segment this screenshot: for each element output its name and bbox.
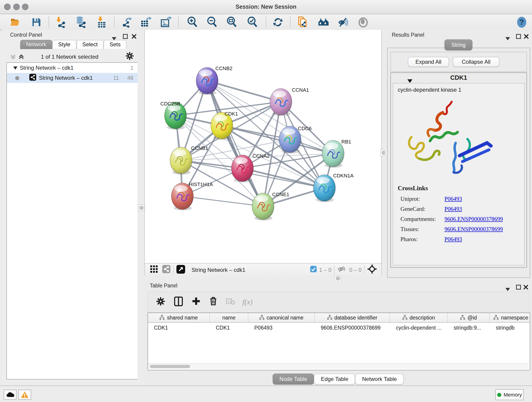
zoom-fit-icon[interactable]: [226, 16, 238, 28]
network-node-CCNE1[interactable]: [252, 193, 274, 220]
table-cell[interactable]: CDK1: [210, 325, 248, 331]
birdseye-crosshair-icon[interactable]: [367, 264, 377, 275]
table-cell[interactable]: stringdb:9...: [448, 325, 490, 331]
crosslink-label: Uniprot:: [393, 196, 444, 202]
network-view[interactable]: CCNB2CCNA1CDC25BCDK1CDC6RB1CCNB1CCNA2CDK…: [144, 30, 382, 275]
cloud-button[interactable]: [4, 390, 17, 400]
table-panel: Table Panel f(x) shared namenamecanonica…: [144, 281, 532, 385]
maximize-window-button[interactable]: [22, 4, 28, 10]
splitter-handle[interactable]: [334, 275, 341, 281]
export-image-icon[interactable]: [160, 16, 172, 28]
detach-view-icon[interactable]: [177, 265, 185, 275]
network-row-selected[interactable]: String Network – cdk1 11 48: [7, 73, 138, 83]
help-icon[interactable]: ?: [515, 16, 527, 28]
zoom-selected-icon[interactable]: [247, 16, 259, 28]
crosslink-link[interactable]: P06493: [444, 206, 462, 212]
float-panel-icon[interactable]: [123, 32, 128, 41]
crosslink-link[interactable]: P06493: [444, 236, 462, 243]
table-cell[interactable]: 9606.ENSP00000378699: [315, 325, 390, 331]
column-header-label: canonical name: [266, 315, 303, 320]
crosslink-label: GeneCard:: [393, 206, 444, 212]
delete-column-icon[interactable]: [209, 297, 217, 307]
left-splitter[interactable]: [138, 30, 144, 385]
open-session-icon[interactable]: [9, 16, 21, 28]
import-table-icon[interactable]: [96, 16, 108, 28]
minimize-window-button[interactable]: [13, 4, 20, 10]
delete-table-icon: [225, 298, 235, 307]
column-header-canonical-name[interactable]: canonical name: [248, 313, 315, 322]
crosslink-link[interactable]: P06493: [444, 196, 462, 202]
expand-all-button[interactable]: Expand All: [408, 57, 449, 67]
tab-style[interactable]: Style: [52, 40, 76, 49]
tab-sets[interactable]: Sets: [104, 40, 127, 49]
tab-select[interactable]: Select: [76, 40, 104, 49]
hidden-eye-icon[interactable]: [337, 265, 347, 274]
show-columns-icon[interactable]: [174, 296, 183, 308]
table-cell[interactable]: stringdb: [490, 325, 530, 331]
network-node-CCNB2[interactable]: [196, 67, 218, 95]
float-panel-icon[interactable]: [516, 283, 521, 292]
save-session-icon[interactable]: [30, 16, 42, 28]
add-column-icon[interactable]: [192, 297, 200, 307]
home-networks-icon[interactable]: [317, 16, 329, 28]
network-node-RB1[interactable]: [322, 140, 344, 168]
right-splitter[interactable]: [382, 30, 385, 281]
tab-edge-table[interactable]: Edge Table: [314, 374, 355, 385]
network-collection-row[interactable]: String Network – cdk1 1: [7, 63, 138, 73]
network-node-CCNB1[interactable]: [170, 147, 192, 175]
nav-separator: [334, 265, 335, 274]
network-edge[interactable]: [207, 81, 263, 206]
import-database-icon[interactable]: [75, 16, 87, 28]
memory-button[interactable]: Memory: [495, 389, 524, 400]
crosslink-link[interactable]: 9606.ENSP00000378699: [444, 226, 503, 233]
memory-status-icon: [497, 393, 501, 397]
column-header-@id[interactable]: @id: [448, 313, 490, 322]
collapse-all-button[interactable]: Collapse All: [453, 57, 500, 67]
network-node-CCNA1[interactable]: [270, 89, 292, 116]
column-header-shared-name[interactable]: shared name: [148, 313, 210, 322]
hide-graphics-icon[interactable]: [337, 16, 349, 28]
crosslink-label: Compartments:: [393, 216, 444, 223]
export-table-icon[interactable]: [140, 16, 152, 28]
table-cell[interactable]: CDK1: [148, 325, 210, 331]
close-panel-icon[interactable]: [132, 32, 137, 41]
warnings-button[interactable]: [18, 390, 31, 400]
splitter-handle[interactable]: [138, 204, 144, 211]
crosslink-link[interactable]: 9606.ENSP00000378699: [444, 216, 503, 223]
close-panel-icon[interactable]: [523, 283, 528, 292]
column-header-label: database identifier: [334, 315, 377, 320]
application-window: Session: New Session: [0, 0, 532, 402]
zoom-in-icon[interactable]: [186, 16, 198, 28]
shared-column-icon: [160, 315, 165, 321]
import-network-icon[interactable]: [56, 16, 68, 28]
table-cell[interactable]: cyclin-dependent ...: [390, 325, 448, 331]
table-cell[interactable]: P06493: [248, 325, 315, 331]
tab-network-table[interactable]: Network Table: [355, 374, 404, 385]
tab-network[interactable]: Network: [20, 40, 52, 49]
tab-string[interactable]: String: [444, 39, 473, 51]
column-header-namespace[interactable]: namespace: [490, 313, 530, 322]
gear-icon[interactable]: [126, 52, 134, 62]
export-network-icon[interactable]: [121, 16, 133, 28]
zoom-out-icon[interactable]: [206, 16, 218, 28]
network-node-CDKN1A[interactable]: [313, 175, 336, 202]
refresh-icon[interactable]: [272, 16, 284, 28]
tree-expander-icon[interactable]: [13, 65, 20, 71]
import-file-network-icon[interactable]: [297, 16, 309, 28]
nav-separator: [173, 265, 174, 274]
scrollbar-thumb[interactable]: [150, 365, 190, 368]
close-window-button[interactable]: [4, 4, 11, 10]
selected-checkbox[interactable]: [310, 266, 317, 274]
table-gear-icon[interactable]: [156, 297, 165, 307]
grid-view-icon[interactable]: [150, 265, 158, 274]
table-row[interactable]: CDK1CDK1P064939606.ENSP00000378699cyclin…: [148, 323, 530, 333]
horizontal-scrollbar[interactable]: [148, 364, 529, 369]
tab-node-table[interactable]: Node Table: [273, 374, 314, 385]
column-header-database-identifier[interactable]: database identifier: [315, 313, 390, 322]
column-header-name[interactable]: name: [210, 313, 248, 322]
network-canvas[interactable]: CCNB2CCNA1CDC25BCDK1CDC6RB1CCNB1CCNA2CDK…: [145, 30, 381, 263]
network-view-mode-icon[interactable]: [162, 265, 171, 274]
show-graphics-icon[interactable]: [357, 16, 369, 28]
column-header-description[interactable]: description: [390, 313, 448, 322]
network-edge[interactable]: [182, 196, 263, 206]
